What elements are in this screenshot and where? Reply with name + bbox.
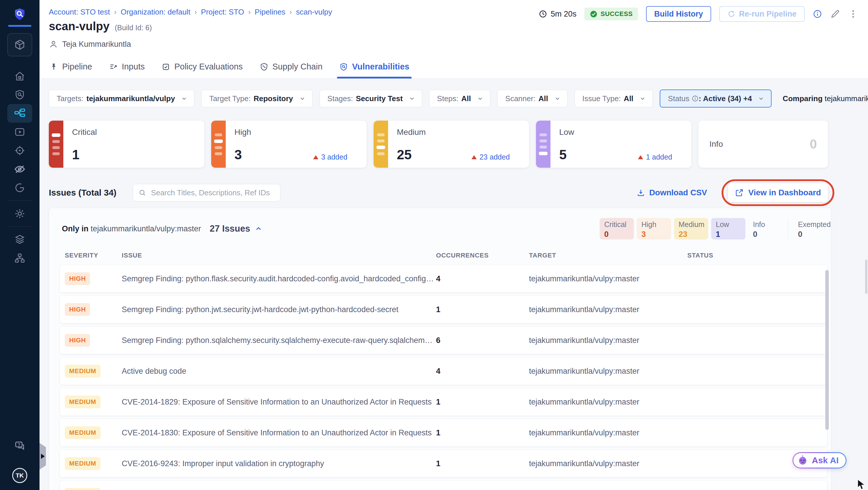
filter-stages[interactable]: Stages: Security Test [319,90,423,107]
medium-card[interactable]: Medium 25 23 added [374,121,529,168]
card-label: Info [709,140,723,149]
chip-info[interactable]: Info 0 [748,218,783,240]
sidebar-divider [8,201,31,201]
view-in-dashboard-button[interactable]: View in Dashboard [728,183,828,202]
low-card[interactable]: Low 5 1 added [536,121,691,168]
filter-steps[interactable]: Steps: All [429,90,490,107]
chip-medium[interactable]: Medium 23 [674,218,708,240]
chip-critical[interactable]: Critical 0 [599,218,634,240]
filter-status[interactable]: Status : Active (34) +4 [660,90,772,108]
table-header: SEVERITY ISSUE OCCURRENCES TARGET STATUS [49,252,831,259]
severity-badge: MEDIUM [65,457,100,470]
user-avatar[interactable]: TK [12,468,27,483]
card-label: High [235,128,358,137]
layers-icon [14,234,26,245]
build-duration: 5m 20s [538,9,577,19]
sidebar-item-targets[interactable] [7,141,32,160]
pipeline-tab-icon [50,62,58,71]
high-card[interactable]: High 3 3 added [211,121,367,168]
issues-search [133,184,280,202]
home-icon [14,70,26,82]
table-row[interactable]: HIGH Semgrep Finding: python.sqlalchemy.… [60,327,827,354]
tab-pipeline[interactable]: Pipeline [49,57,93,79]
chevron-down-icon [408,95,415,102]
issue-title: Semgrep Finding: python.flask.security.a… [122,274,436,283]
build-id: (Build Id: 6) [115,24,152,32]
chip-low[interactable]: Low 1 [711,218,745,240]
added-delta: 23 added [471,153,510,161]
sto-shield-logo[interactable] [13,7,26,21]
table-scrollbar[interactable] [825,270,829,430]
sidebar-item-home[interactable] [7,67,32,86]
table-row[interactable]: MEDIUM Active debug code 4 tejakummariku… [60,358,827,385]
triangle-up-icon [471,155,477,159]
more-options-button[interactable] [848,9,858,19]
search-icon [138,189,147,197]
sidebar-item-test-targets[interactable] [7,86,32,104]
collapse-group-button[interactable] [254,224,263,233]
filter-targets[interactable]: Targets: tejakummarikuntla/vulpy [49,90,194,107]
issue-title: Active debug code [122,367,436,376]
sidebar-item-executions[interactable] [7,123,32,141]
policy-check-tab-icon [161,62,170,71]
screen: ? TK Account: STO test › Organization: d… [0,0,868,490]
tab-vulnerabilities[interactable]: Vulnerabilities [339,57,410,79]
table-row[interactable]: MEDIUM CVE-2016-9243: Improper input val… [60,450,827,477]
sidebar-item-default-settings[interactable] [7,230,32,249]
module-selector-button[interactable] [7,33,32,56]
edit-pipeline-button[interactable] [830,9,840,19]
page-scrollbar[interactable] [865,259,867,294]
sidebar-item-exemptions[interactable] [7,160,32,179]
critical-card[interactable]: Critical 1 [49,121,204,168]
filter-scanner[interactable]: Scanner: All [497,90,567,107]
tab-policy-evaluations[interactable]: Policy Evaluations [161,57,243,79]
download-csv-button[interactable]: Download CSV [635,188,709,197]
severity-badge: HIGH [65,272,90,285]
filter-issue-type[interactable]: Issue Type: All [575,90,653,107]
group-issue-count: 27 Issues [210,223,250,234]
sidebar-item-pipelines[interactable] [7,104,32,123]
col-status: STATUS [687,252,827,259]
kebab-menu-icon [848,9,858,19]
rerun-pipeline-button[interactable]: Re-run Pipeline [719,6,805,22]
card-count: 1 [72,148,80,161]
play-icon [14,126,26,138]
tab-supply-chain[interactable]: Supply Chain [259,57,323,79]
col-severity: SEVERITY [65,252,122,259]
sidebar-item-governance[interactable] [7,249,32,267]
card-count: 0 [810,138,817,151]
breadcrumb-pipelines[interactable]: Pipelines [255,7,285,17]
table-row[interactable]: HIGH Semgrep Finding: python.flask.secur… [60,265,827,293]
tab-inputs[interactable]: Inputs [108,57,145,79]
severity-level-icon [211,121,226,168]
table-row[interactable]: HIGH Semgrep Finding: python.jwt.securit… [60,296,827,323]
severity-badge: HIGH [65,334,90,347]
chip-exempted[interactable]: Exempted 0 [793,218,828,240]
ask-ai-button[interactable]: Ask AI [793,452,846,468]
sidebar-expand-handle[interactable] [39,443,46,470]
help-chat-button[interactable]: ? [14,440,26,452]
table-row[interactable]: MEDIUM CVE-2014-1829: Exposure of Sensit… [60,388,827,416]
info-card[interactable]: Info 0 [699,121,828,168]
page-header: Account: STO test › Organization: defaul… [39,0,868,79]
issue-occurrences: 1 [436,459,529,468]
table-row[interactable]: MEDIUM CVE-2014-1830: Exposure of Sensit… [60,419,827,447]
sidebar-item-getting-started[interactable] [7,179,32,197]
chip-high[interactable]: High 3 [637,218,671,240]
breadcrumb-account[interactable]: Account: STO test [49,7,110,17]
search-input[interactable] [151,188,275,197]
expand-arrow-icon [41,454,45,459]
table-row[interactable]: MEDIUM [60,481,827,490]
issue-occurrences: 1 [436,398,529,406]
breadcrumb-current[interactable]: scan-vulpy [296,7,332,17]
info-button[interactable] [813,9,822,19]
breadcrumb-organization[interactable]: Organization: default [121,7,190,17]
help-bubble-icon: ? [14,440,26,452]
breadcrumb-project[interactable]: Project: STO [201,7,244,17]
build-history-button[interactable]: Build History [646,6,711,22]
info-icon [813,9,822,19]
severity-level-icon [536,121,551,168]
sidebar-item-project-settings[interactable] [7,204,32,223]
filter-target-type[interactable]: Target Type: Repository [201,90,312,107]
check-circle-icon [590,10,597,18]
